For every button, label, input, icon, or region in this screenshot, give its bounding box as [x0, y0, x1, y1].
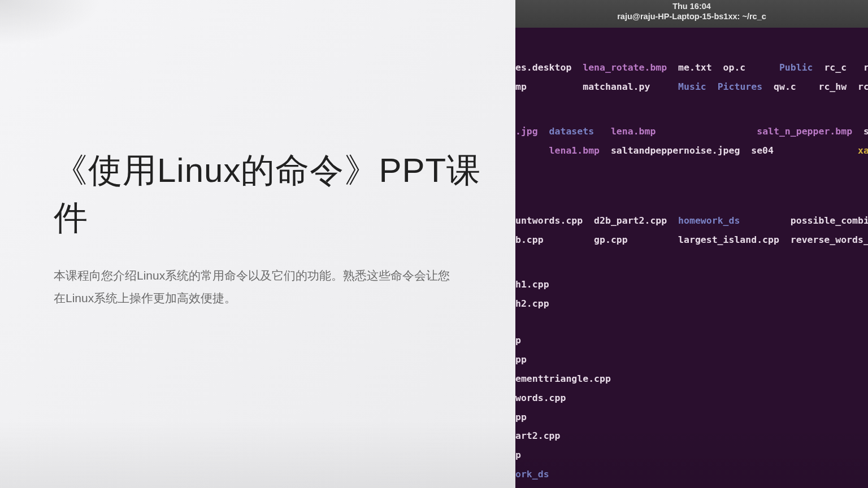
ls-row: pp — [515, 355, 868, 364]
ls-row: untwords.cpp d2b_part2.cpp homework_ds p… — [515, 216, 868, 225]
slide-container: 《使用Linux的命令》PPT课件 本课程向您介绍Linux系统的常用命令以及它… — [0, 0, 868, 488]
ls-row: p — [515, 336, 868, 345]
window-title: raju@raju-HP-Laptop-15-bs1xx: ~/rc_c — [515, 12, 868, 21]
left-content: 《使用Linux的命令》PPT课件 本课程向您介绍Linux系统的常用命令以及它… — [0, 0, 515, 488]
ls-row: ementtriangle.cpp — [515, 374, 868, 384]
ls-row: pp — [515, 412, 868, 422]
ls-row: lena1.bmp saltandpeppernoise.jpeg se04 x… — [515, 146, 868, 155]
desktop-topbar: Thu 16:04 raju@raju-HP-Laptop-15-bs1xx: … — [515, 0, 868, 28]
ls-row: h1.cpp — [515, 280, 868, 289]
ls-row: .jpg datasets lena.bmp salt_n_pepper.bmp… — [515, 127, 868, 136]
page-subtitle: 本课程向您介绍Linux系统的常用命令以及它们的功能。熟悉这些命令会让您在Lin… — [54, 264, 461, 310]
terminal-window: Thu 16:04 raju@raju-HP-Laptop-15-bs1xx: … — [515, 0, 868, 488]
terminal-body: es.desktop lena_rotate.bmp me.txt op.c P… — [515, 28, 868, 488]
ls-row: p — [515, 450, 868, 460]
clock-text: Thu 16:04 — [515, 2, 868, 11]
ls-row: ork_ds — [515, 469, 868, 479]
terminal-screenshot: Thu 16:04 raju@raju-HP-Laptop-15-bs1xx: … — [515, 0, 868, 488]
ls-row: mp matchanal.py Music Pictures qw.c rc_h… — [515, 82, 868, 91]
ls-row: art2.cpp — [515, 431, 868, 441]
ls-row: h2.cpp — [515, 299, 868, 308]
ls-row: b.cpp gp.cpp largest_island.cpp reverse_… — [515, 235, 868, 245]
page-title: 《使用Linux的命令》PPT课件 — [54, 147, 481, 242]
ls-row: words.cpp — [515, 393, 868, 403]
ls-row: es.desktop lena_rotate.bmp me.txt op.c P… — [515, 63, 868, 72]
